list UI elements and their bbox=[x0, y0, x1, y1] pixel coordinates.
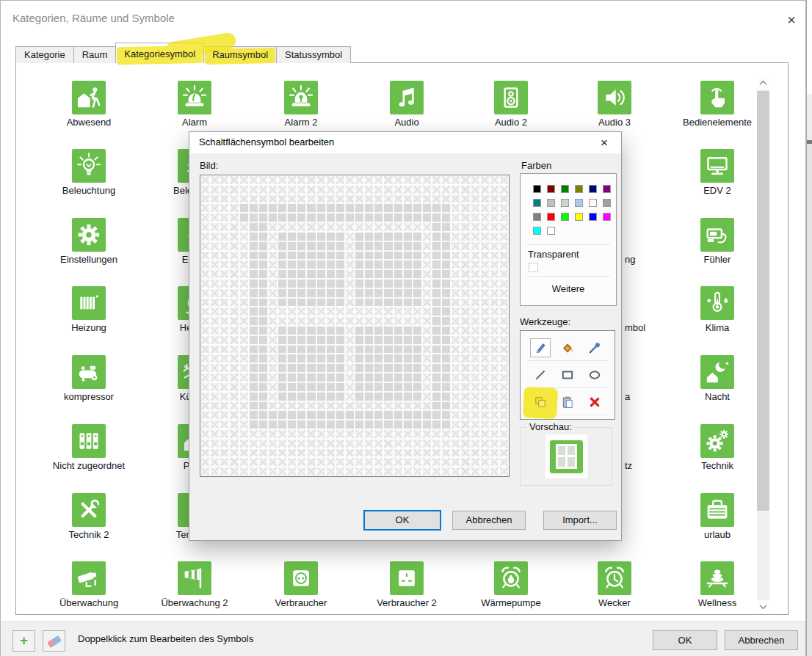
pixel-cell[interactable] bbox=[229, 363, 239, 373]
pixel-cell[interactable] bbox=[210, 326, 220, 335]
pixel-cell[interactable] bbox=[451, 392, 460, 401]
pixel-cell[interactable] bbox=[413, 429, 422, 439]
pixel-cell[interactable] bbox=[336, 448, 345, 458]
pixel-cell[interactable] bbox=[306, 467, 316, 476]
pixel-cell[interactable] bbox=[326, 298, 336, 307]
pixel-cell[interactable] bbox=[403, 251, 413, 260]
pixel-cell[interactable] bbox=[403, 213, 413, 222]
dialog-ok-button[interactable]: OK bbox=[363, 510, 441, 531]
pixel-cell[interactable] bbox=[249, 185, 258, 194]
pixel-cell[interactable] bbox=[258, 232, 268, 241]
pixel-cell[interactable] bbox=[355, 439, 364, 448]
dropper-tool[interactable] bbox=[584, 338, 605, 357]
pixel-cell[interactable] bbox=[403, 203, 413, 213]
pencil-tool[interactable] bbox=[530, 338, 551, 357]
pixel-cell[interactable] bbox=[287, 269, 297, 279]
pixel-cell[interactable] bbox=[249, 429, 258, 439]
pixel-cell[interactable] bbox=[287, 213, 297, 222]
pixel-cell[interactable] bbox=[326, 345, 336, 354]
pixel-cell[interactable] bbox=[220, 241, 229, 251]
pixel-cell[interactable] bbox=[278, 373, 287, 382]
pixel-cell[interactable] bbox=[200, 392, 210, 401]
pixel-cell[interactable] bbox=[480, 420, 490, 429]
pixel-cell[interactable] bbox=[297, 241, 306, 251]
color-swatch[interactable] bbox=[589, 185, 597, 193]
pixel-cell[interactable] bbox=[422, 382, 432, 392]
pixel-cell[interactable] bbox=[326, 354, 336, 363]
pixel-cell[interactable] bbox=[249, 335, 258, 345]
pixel-cell[interactable] bbox=[394, 335, 403, 345]
pixel-cell[interactable] bbox=[413, 203, 422, 213]
pixel-cell[interactable] bbox=[316, 401, 326, 411]
pixel-cell[interactable] bbox=[480, 373, 490, 382]
pixel-cell[interactable] bbox=[239, 232, 249, 241]
color-swatch[interactable] bbox=[547, 213, 555, 221]
pixel-cell[interactable] bbox=[345, 269, 355, 279]
pixel-cell[interactable] bbox=[297, 467, 306, 476]
pixel-cell[interactable] bbox=[249, 279, 258, 288]
pixel-cell[interactable] bbox=[278, 401, 287, 411]
pixel-cell[interactable] bbox=[432, 326, 441, 335]
pixel-cell[interactable] bbox=[306, 420, 316, 429]
pixel-cell[interactable] bbox=[441, 457, 451, 467]
pixel-cell[interactable] bbox=[249, 392, 258, 401]
pixel-cell[interactable] bbox=[306, 439, 316, 448]
pixel-cell[interactable] bbox=[345, 429, 355, 439]
pixel-cell[interactable] bbox=[278, 203, 287, 213]
pixel-cell[interactable] bbox=[355, 429, 364, 439]
pixel-cell[interactable] bbox=[374, 392, 383, 401]
pixel-cell[interactable] bbox=[471, 185, 480, 194]
pixel-cell[interactable] bbox=[336, 354, 345, 363]
pixel-cell[interactable] bbox=[297, 373, 306, 382]
pixel-cell[interactable] bbox=[383, 260, 393, 269]
pixel-cell[interactable] bbox=[258, 326, 268, 335]
dialog-close-icon[interactable]: × bbox=[595, 134, 614, 152]
pixel-cell[interactable] bbox=[490, 279, 499, 288]
pixel-cell[interactable] bbox=[336, 222, 345, 232]
pixel-cell[interactable] bbox=[413, 420, 422, 429]
pixel-cell[interactable] bbox=[229, 410, 239, 420]
pixel-cell[interactable] bbox=[451, 401, 460, 411]
pixel-cell[interactable] bbox=[394, 260, 403, 269]
pixel-cell[interactable] bbox=[441, 392, 451, 401]
pixel-cell[interactable] bbox=[490, 203, 499, 213]
pixel-cell[interactable] bbox=[268, 448, 278, 458]
pixel-cell[interactable] bbox=[239, 288, 249, 298]
pixel-cell[interactable] bbox=[499, 410, 509, 420]
pixel-cell[interactable] bbox=[229, 467, 239, 476]
pixel-cell[interactable] bbox=[306, 382, 316, 392]
pixel-cell[interactable] bbox=[239, 467, 249, 476]
tab-kategoriesymbol[interactable]: Kategoriesymbol bbox=[115, 43, 204, 63]
pixel-cell[interactable] bbox=[471, 298, 480, 307]
pixel-cell[interactable] bbox=[278, 260, 287, 269]
pixel-cell[interactable] bbox=[297, 316, 306, 326]
pixel-cell[interactable] bbox=[364, 316, 374, 326]
pixel-cell[interactable] bbox=[287, 345, 297, 354]
pixel-cell[interactable] bbox=[239, 316, 249, 326]
pixel-cell[interactable] bbox=[278, 213, 287, 222]
pixel-cell[interactable] bbox=[499, 279, 509, 288]
pixel-cell[interactable] bbox=[499, 457, 509, 467]
pixel-cell[interactable] bbox=[345, 175, 355, 185]
pixel-cell[interactable] bbox=[210, 222, 220, 232]
pixel-cell[interactable] bbox=[345, 363, 355, 373]
pixel-cell[interactable] bbox=[413, 185, 422, 194]
pixel-cell[interactable] bbox=[220, 203, 229, 213]
pixel-cell[interactable] bbox=[413, 439, 422, 448]
pixel-cell[interactable] bbox=[210, 335, 220, 345]
pixel-cell[interactable] bbox=[460, 439, 470, 448]
pixel-cell[interactable] bbox=[229, 175, 239, 185]
pixel-cell[interactable] bbox=[403, 288, 413, 298]
pixel-cell[interactable] bbox=[297, 401, 306, 411]
pixel-cell[interactable] bbox=[374, 203, 383, 213]
pixel-cell[interactable] bbox=[355, 213, 364, 222]
pixel-cell[interactable] bbox=[229, 194, 239, 204]
pixel-cell[interactable] bbox=[336, 467, 345, 476]
pixel-cell[interactable] bbox=[239, 420, 249, 429]
pixel-cell[interactable] bbox=[210, 410, 220, 420]
pixel-cell[interactable] bbox=[258, 185, 268, 194]
pixel-cell[interactable] bbox=[499, 241, 509, 251]
color-swatch[interactable] bbox=[561, 185, 569, 193]
pixel-cell[interactable] bbox=[383, 307, 393, 316]
pixel-cell[interactable] bbox=[422, 410, 432, 420]
